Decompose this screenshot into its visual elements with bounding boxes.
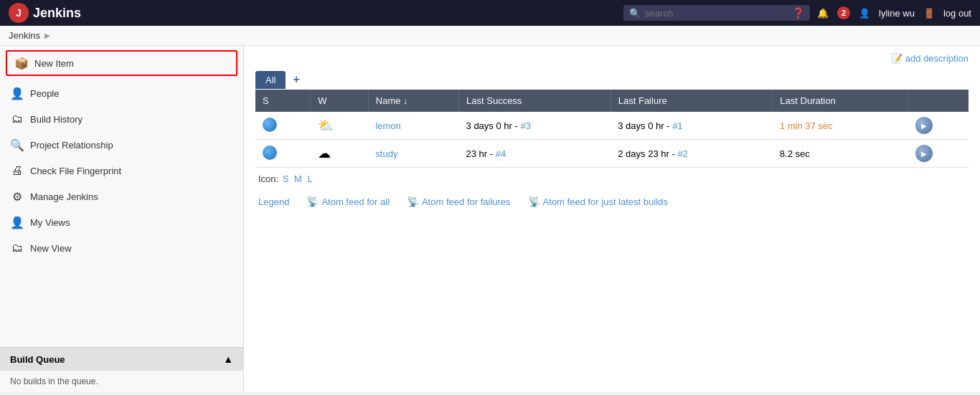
sidebar-item-new-view[interactable]: 🗂 New View [0,235,243,261]
atom-feed-failures-link[interactable]: 📡 Atom feed for failures [407,196,511,207]
schedule-cell-study: ▶ [908,140,969,168]
project-relationship-icon: 🔍 [10,138,24,152]
sidebar-check-file-label: Check File Fingerprint [30,166,121,176]
col-name[interactable]: Name ↓ [368,90,458,112]
sidebar-my-views-label: My Views [30,217,70,228]
schedule-cell-lemon: ▶ [908,112,969,140]
sidebar-item-manage-jenkins[interactable]: ⚙ Manage Jenkins [0,184,243,209]
add-description-link[interactable]: 📝 add description [891,53,969,64]
sidebar-item-build-history[interactable]: 🗂 Build History [0,106,243,132]
search-container: 🔍 ❓ [623,5,810,21]
tabs-bar: All + [255,70,969,90]
weather-icon-lemon: ⛅ [318,118,334,133]
add-description-text: add description [905,53,969,64]
status-cell-lemon [255,112,311,140]
weather-cell-study: ☁ [311,140,369,168]
build-queue-section: Build Queue ▲ No builds in the queue. [0,347,243,392]
atom-feed-latest-link[interactable]: 📡 Atom feed for just latest builds [528,196,668,207]
table-header-row: S W Name ↓ Last Success Last Failure Las… [255,90,969,112]
project-link-lemon[interactable]: lemon [375,120,400,131]
build-queue-collapse-icon[interactable]: ▲ [223,353,233,365]
name-cell-study: study [368,140,458,168]
col-actions [908,90,969,112]
atom-feed-latest-label: Atom feed for just latest builds [543,196,668,207]
sidebar-item-check-file-fingerprint[interactable]: 🖨 Check File Fingerprint [0,158,243,184]
build-queue-empty-message: No builds in the queue. [10,376,98,386]
logout-link[interactable]: log out [943,8,971,19]
status-ball-lemon [263,118,277,132]
name-cell-lemon: lemon [368,112,458,140]
breadcrumb-root[interactable]: Jenkins [9,30,40,41]
atom-feed-failures-label: Atom feed for failures [422,196,511,207]
icon-size-m[interactable]: M [294,173,304,184]
people-icon: 👤 [10,86,24,100]
sidebar-manage-jenkins-label: Manage Jenkins [30,191,98,202]
table-row: ⛅ lemon 3 days 0 hr - #3 3 da [255,112,969,140]
atom-feed-all-link[interactable]: 📡 Atom feed for all [306,196,390,207]
schedule-icon-lemon[interactable]: ▶ [915,117,933,134]
atom-feed-all-label: Atom feed for all [321,196,390,207]
bell-icon[interactable]: 🔔 [817,8,829,19]
header-icons: 🔔 2 👤 lyline wu 🚪 log out [817,6,971,19]
sidebar-people-label: People [30,88,59,99]
add-description-bar: 📝 add description [255,53,969,64]
new-item-icon: 📦 [14,56,29,70]
user-icon: 👤 [859,8,870,19]
status-cell-study [255,140,311,168]
sidebar: 📦 New Item 👤 People 🗂 Build History 🔍 Pr… [0,46,244,392]
status-ball-study [263,146,277,160]
build-link-study-failure[interactable]: #2 [677,148,687,159]
tab-add-label: + [293,73,299,85]
last-duration-study: 8.2 sec [773,140,908,168]
jenkins-logo-icon: J [9,3,29,23]
build-link-study-success[interactable]: #4 [496,148,506,159]
build-link-lemon-failure[interactable]: #1 [672,120,682,131]
projects-table: S W Name ↓ Last Success Last Failure Las… [255,90,969,168]
last-success-study: 23 hr - #4 [459,140,611,168]
col-w: W [311,90,369,112]
feed-icon-failures: 📡 [407,196,419,207]
last-duration-lemon: 1 min 37 sec [773,112,908,140]
feed-links: Legend 📡 Atom feed for all 📡 Atom feed f… [255,190,969,213]
build-queue-title: Build Queue [10,354,65,365]
header: J Jenkins 🔍 ❓ 🔔 2 👤 lyline wu 🚪 log out [0,0,980,26]
last-success-lemon: 3 days 0 hr - #3 [459,112,611,140]
notification-badge: 2 [837,6,850,19]
sidebar-nav: 📦 New Item 👤 People 🗂 Build History 🔍 Pr… [0,46,243,347]
tab-all[interactable]: All [255,71,286,89]
main-layout: 📦 New Item 👤 People 🗂 Build History 🔍 Pr… [0,46,980,392]
sidebar-new-item-label: New Item [34,58,74,69]
table-row: ☁ study 23 hr - #4 2 days 23 [255,140,969,168]
col-s: S [255,90,311,112]
search-input[interactable] [645,8,788,19]
table-footer: Icon: S M L [255,168,969,190]
sidebar-item-people[interactable]: 👤 People [0,80,243,106]
project-link-study[interactable]: study [375,148,397,159]
new-view-icon: 🗂 [10,241,24,255]
build-history-icon: 🗂 [10,112,24,126]
build-queue-header: Build Queue ▲ [0,347,243,371]
username-link[interactable]: lyline wu [879,8,915,19]
schedule-icon-study[interactable]: ▶ [915,145,933,162]
sidebar-project-relationship-label: Project Relationship [30,140,113,151]
sidebar-build-history-label: Build History [30,114,83,125]
weather-icon-study: ☁ [318,146,331,161]
tab-add[interactable]: + [286,70,306,90]
edit-icon: 📝 [891,53,903,64]
icon-size-s[interactable]: S [283,173,291,184]
weather-cell-lemon: ⛅ [311,112,369,140]
search-icon: 🔍 [629,8,641,19]
last-failure-study: 2 days 23 hr - #2 [611,140,773,168]
check-file-fingerprint-icon: 🖨 [10,163,24,178]
icon-size-l[interactable]: L [308,173,313,184]
breadcrumb-sep: ▶ [44,32,50,39]
legend-label: Legend [258,196,289,207]
logo-text: Jenkins [33,6,81,21]
tab-all-label: All [265,75,275,85]
legend-link[interactable]: Legend [258,196,289,207]
my-views-icon: 👤 [10,215,24,229]
sidebar-item-new-item[interactable]: 📦 New Item [6,50,237,76]
sidebar-item-project-relationship[interactable]: 🔍 Project Relationship [0,132,243,158]
sidebar-item-my-views[interactable]: 👤 My Views [0,209,243,235]
build-link-lemon-success[interactable]: #3 [520,120,530,131]
